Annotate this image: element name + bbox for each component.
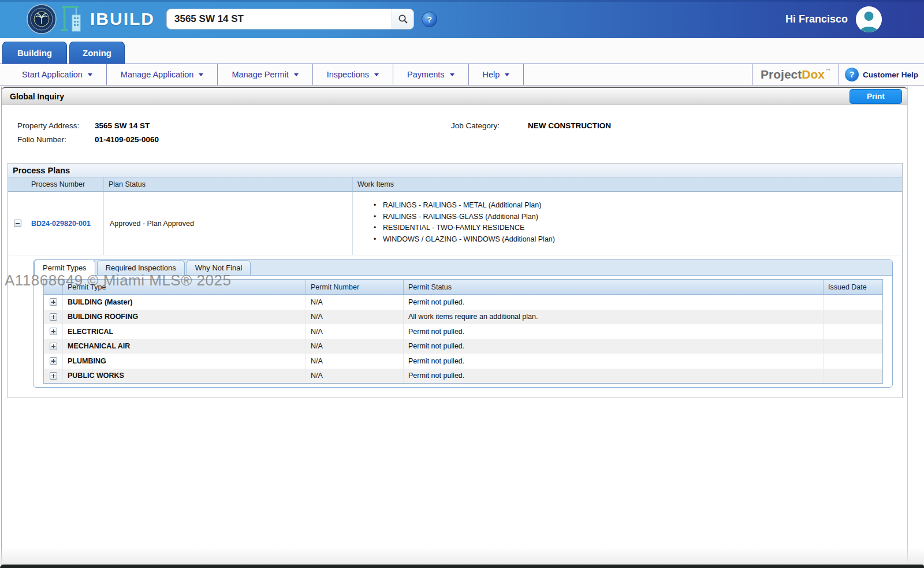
- permit-type-cell: MECHANICAL AIR: [62, 339, 305, 354]
- menu-spacer: [524, 64, 752, 85]
- projectdox-logo-gold: Dox: [802, 68, 825, 81]
- table-row: BUILDING (Master) N/A Permit not pulled.: [44, 295, 882, 310]
- permit-status-cell: Permit not pulled.: [403, 324, 823, 339]
- expand-button[interactable]: [50, 357, 57, 365]
- crane-building-icon: [61, 5, 85, 34]
- user-area: Hi Francisco: [785, 6, 882, 32]
- menu-label: Payments: [407, 70, 444, 79]
- tab-building[interactable]: Building: [2, 42, 67, 64]
- table-row: PLUMBING N/A Permit not pulled.: [44, 354, 882, 369]
- chevron-down-icon: [88, 73, 92, 76]
- folio-number-value: 01-4109-025-0060: [95, 135, 159, 144]
- issued-date-cell: [823, 339, 882, 354]
- menu-manage-permit[interactable]: Manage Permit: [218, 64, 312, 85]
- permit-number-cell: N/A: [305, 310, 403, 325]
- tab-required-inspections[interactable]: Required Inspections: [97, 260, 185, 275]
- issued-date-column-header: Issued Date: [823, 280, 882, 294]
- permit-table-header-row: Permit Type Permit Number Permit Status …: [44, 280, 882, 295]
- city-of-miami-seal-icon: [27, 4, 57, 34]
- expand-button[interactable]: [50, 328, 57, 335]
- trademark-mark: ™: [825, 64, 830, 73]
- work-item: RAILINGS - RAILINGS - METAL (Additional …: [374, 200, 902, 211]
- address-search: [166, 9, 414, 29]
- permit-number-cell: N/A: [305, 369, 403, 384]
- work-item: WINDOWS / GLAZING - WINDOWS (Additional …: [374, 234, 902, 246]
- menu-payments[interactable]: Payments: [393, 64, 468, 85]
- permit-status-cell: Permit not pulled.: [403, 369, 823, 384]
- permit-number-cell: N/A: [305, 324, 403, 339]
- table-row: BUILDING ROOFING N/A All work items requ…: [44, 310, 882, 325]
- permit-type-column-header: Permit Type: [62, 280, 305, 294]
- expander-column-header: [8, 177, 27, 191]
- plan-status-value: Approved - Plan Approved: [103, 192, 352, 255]
- module-tabs: Building Zoning: [0, 38, 924, 64]
- search-button[interactable]: [392, 9, 413, 29]
- job-category-label: Job Category:: [451, 121, 528, 130]
- permit-detail-panel: Permit Types Required Inspections Why No…: [33, 259, 893, 388]
- permit-type-cell: BUILDING ROOFING: [62, 310, 305, 325]
- tab-permit-types[interactable]: Permit Types: [34, 259, 95, 276]
- question-icon: ?: [845, 68, 859, 81]
- process-number-link[interactable]: BD24-029820-001: [31, 220, 91, 228]
- expand-button[interactable]: [50, 313, 57, 321]
- permit-type-cell: PUBLIC WORKS: [62, 369, 305, 384]
- search-input[interactable]: [167, 9, 392, 29]
- menu-label: Inspections: [327, 70, 369, 79]
- user-greeting: Hi Francisco: [785, 13, 848, 25]
- table-row: PUBLIC WORKS N/A Permit not pulled.: [44, 369, 882, 384]
- brand-logo-text: IBUILD: [90, 9, 155, 29]
- tab-zoning[interactable]: Zoning: [69, 42, 125, 64]
- menu-manage-application[interactable]: Manage Application: [107, 64, 218, 85]
- menu-inspections[interactable]: Inspections: [313, 64, 393, 85]
- expand-button[interactable]: [50, 298, 57, 306]
- work-item: RESIDENTIAL - TWO-FAMILY RESIDENCE: [374, 222, 902, 234]
- process-plans-section: Process Plans Process Number Plan Status…: [8, 163, 903, 398]
- chevron-down-icon: [199, 73, 203, 76]
- permit-status-cell: Permit not pulled.: [403, 354, 823, 369]
- table-row: ELECTRICAL N/A Permit not pulled.: [44, 324, 882, 339]
- tab-why-not-final[interactable]: Why Not Final: [187, 260, 251, 275]
- search-icon: [398, 14, 408, 24]
- print-button[interactable]: Print: [850, 89, 902, 104]
- issued-date-cell: [823, 295, 882, 310]
- expander-column-header: [44, 280, 62, 294]
- job-category-value: NEW CONSTRUCTION: [528, 121, 611, 130]
- process-plans-title: Process Plans: [8, 164, 902, 177]
- process-plans-header-row: Process Number Plan Status Work Items: [8, 177, 902, 192]
- permit-number-cell: N/A: [305, 339, 403, 354]
- property-info: Property Address: 3565 SW 14 ST Folio Nu…: [17, 118, 907, 146]
- process-plan-row: BD24-029820-001 Approved - Plan Approved…: [8, 192, 902, 255]
- permit-type-cell: BUILDING (Master): [62, 295, 305, 310]
- permit-status-column-header: Permit Status: [403, 280, 823, 294]
- collapse-button[interactable]: [14, 220, 21, 227]
- globe-help-icon[interactable]: ?: [422, 12, 437, 27]
- work-item: RAILINGS - RAILINGS-GLASS (Additional Pl…: [374, 211, 902, 223]
- avatar[interactable]: [856, 6, 882, 32]
- expand-button[interactable]: [50, 372, 57, 380]
- customer-help-link[interactable]: ? Customer Help: [839, 64, 924, 85]
- property-address-label: Property Address:: [17, 121, 95, 130]
- process-number-column-header: Process Number: [27, 177, 103, 191]
- page-header-bar: Global Inquiry Print: [2, 87, 907, 105]
- permit-number-cell: N/A: [305, 354, 403, 369]
- folio-number-label: Folio Number:: [17, 135, 95, 144]
- menu-label: Help: [483, 70, 500, 79]
- page-frame: Global Inquiry Print Property Address: 3…: [1, 87, 908, 565]
- permit-number-column-header: Permit Number: [305, 280, 403, 294]
- page-title: Global Inquiry: [10, 92, 64, 101]
- menu-help[interactable]: Help: [469, 64, 524, 85]
- menu-start-application[interactable]: Start Application: [0, 64, 107, 85]
- projectdox-logo-text: Project: [761, 68, 802, 81]
- app-header: IBUILD ? Hi Francisco: [0, 0, 924, 38]
- issued-date-cell: [823, 324, 882, 339]
- menu-label: Manage Permit: [232, 70, 288, 79]
- permit-status-cell: All work items require an additional pla…: [403, 310, 823, 325]
- permit-status-cell: Permit not pulled.: [403, 295, 823, 310]
- expand-button[interactable]: [50, 343, 57, 350]
- work-items-list: RAILINGS - RAILINGS - METAL (Additional …: [374, 200, 902, 245]
- issued-date-cell: [823, 310, 882, 325]
- permit-number-cell: N/A: [305, 295, 403, 310]
- issued-date-cell: [823, 354, 882, 369]
- chevron-down-icon: [505, 73, 509, 76]
- projectdox-link[interactable]: ProjectDox™: [752, 64, 839, 85]
